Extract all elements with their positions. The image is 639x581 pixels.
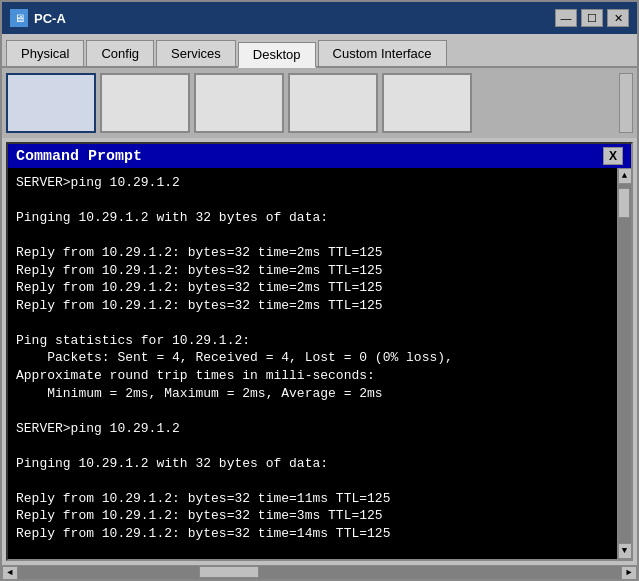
tab-desktop[interactable]: Desktop xyxy=(238,42,316,68)
thumbnail-bar xyxy=(2,68,637,138)
scroll-right-arrow[interactable]: ► xyxy=(621,566,637,580)
horizontal-scrollbar: ◄ ► xyxy=(2,565,637,579)
app-window: 🖥 PC-A — ☐ ✕ Physical Config Services De… xyxy=(0,0,639,581)
minimize-button[interactable]: — xyxy=(555,9,577,27)
scroll-thumb[interactable] xyxy=(618,188,630,218)
tab-config[interactable]: Config xyxy=(86,40,154,66)
terminal-scrollbar: ▲ ▼ xyxy=(617,168,631,559)
scroll-track[interactable] xyxy=(618,184,631,543)
window-title: PC-A xyxy=(34,11,555,26)
cmd-title-bar: Command Prompt X xyxy=(8,144,631,168)
terminal-wrapper: SERVER>ping 10.29.1.2 Pinging 10.29.1.2 … xyxy=(8,168,631,559)
cmd-title: Command Prompt xyxy=(16,148,142,165)
cmd-panel: Command Prompt X SERVER>ping 10.29.1.2 P… xyxy=(6,142,633,561)
window-controls: — ☐ ✕ xyxy=(555,9,629,27)
app-icon: 🖥 xyxy=(10,9,28,27)
thumb-5[interactable] xyxy=(382,73,472,133)
scroll-down-arrow[interactable]: ▼ xyxy=(618,543,632,559)
close-button[interactable]: ✕ xyxy=(607,9,629,27)
thumbnail-scrollbar[interactable] xyxy=(619,73,633,133)
tab-services[interactable]: Services xyxy=(156,40,236,66)
h-scroll-track[interactable] xyxy=(18,566,621,579)
maximize-button[interactable]: ☐ xyxy=(581,9,603,27)
thumb-4[interactable] xyxy=(288,73,378,133)
thumb-2[interactable] xyxy=(100,73,190,133)
thumb-3[interactable] xyxy=(194,73,284,133)
main-content: Command Prompt X SERVER>ping 10.29.1.2 P… xyxy=(2,138,637,579)
terminal-output[interactable]: SERVER>ping 10.29.1.2 Pinging 10.29.1.2 … xyxy=(8,168,617,559)
scroll-up-arrow[interactable]: ▲ xyxy=(618,168,632,184)
h-scroll-thumb[interactable] xyxy=(199,566,259,578)
title-bar: 🖥 PC-A — ☐ ✕ xyxy=(2,2,637,34)
tab-bar: Physical Config Services Desktop Custom … xyxy=(2,34,637,68)
thumb-1[interactable] xyxy=(6,73,96,133)
tab-custom-interface[interactable]: Custom Interface xyxy=(318,40,447,66)
cmd-close-button[interactable]: X xyxy=(603,147,623,165)
scroll-left-arrow[interactable]: ◄ xyxy=(2,566,18,580)
tab-physical[interactable]: Physical xyxy=(6,40,84,66)
